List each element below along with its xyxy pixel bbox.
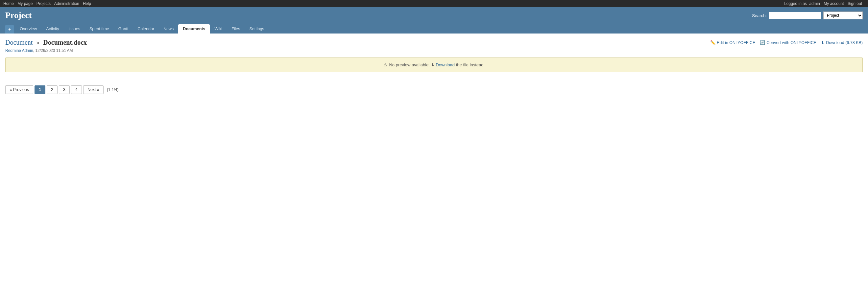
tab-news[interactable]: News	[159, 24, 178, 33]
document-actions: ✏️ Edit in ONLYOFFICE 🔄 Convert with ONL…	[710, 40, 863, 45]
breadcrumb-document-link[interactable]: Document	[5, 39, 33, 46]
tab-activity[interactable]: Activity	[41, 24, 64, 33]
edit-onlyoffice-label: Edit in ONLYOFFICE	[717, 40, 755, 45]
tab-gantt[interactable]: Gantt	[114, 24, 133, 33]
tab-documents[interactable]: Documents	[178, 24, 210, 33]
no-preview-banner: ⚠ No preview available. ⬇ Download the f…	[5, 58, 863, 72]
convert-icon: 🔄	[760, 40, 765, 45]
tab-add-button[interactable]: +	[5, 25, 14, 33]
download-link[interactable]: ⬇ Download (6.78 KB)	[821, 40, 863, 45]
tab-settings[interactable]: Settings	[245, 24, 269, 33]
previous-button[interactable]: « Previous	[5, 86, 33, 94]
breadcrumb: Document » Document.docx	[5, 39, 87, 46]
no-preview-download-link[interactable]: Download	[436, 62, 455, 67]
tab-spent-time[interactable]: Spent time	[85, 24, 114, 33]
search-input[interactable]	[769, 12, 821, 19]
no-preview-text: No preview available.	[389, 62, 430, 67]
no-preview-suffix: the file instead.	[456, 62, 485, 67]
edit-icon: ✏️	[710, 40, 715, 45]
no-preview-download-icon: ⚠	[383, 62, 387, 67]
tab-wiki[interactable]: Wiki	[210, 24, 227, 33]
page-4-button[interactable]: 4	[71, 86, 82, 94]
next-button[interactable]: Next »	[83, 86, 103, 94]
nav-home[interactable]: Home	[3, 1, 14, 6]
logged-in-label: Logged in as	[784, 1, 807, 6]
breadcrumb-separator: »	[36, 39, 39, 46]
search-scope-select[interactable]: Project All	[823, 11, 863, 20]
main-content: Document » Document.docx ✏️ Edit in ONLY…	[0, 33, 868, 99]
document-title-bar: Document » Document.docx ✏️ Edit in ONLY…	[5, 39, 863, 46]
username-link[interactable]: admin	[809, 1, 820, 6]
download-label: Download (6.78 KB)	[826, 40, 863, 45]
nav-mypage[interactable]: My page	[18, 1, 33, 6]
tab-issues[interactable]: Issues	[64, 24, 85, 33]
edit-onlyoffice-link[interactable]: ✏️ Edit in ONLYOFFICE	[710, 40, 755, 45]
top-nav-links: Home My page Projects Administration Hel…	[3, 1, 94, 6]
tab-calendar[interactable]: Calendar	[133, 24, 159, 33]
header-top: Project Search: Project All	[5, 10, 863, 23]
page-header: Project Search: Project All + Overview A…	[0, 7, 868, 33]
pagination: « Previous 1 2 3 4 Next » (1-1/4)	[5, 86, 863, 94]
tab-overview[interactable]: Overview	[15, 24, 41, 33]
author-link[interactable]: Redmine Admin	[5, 48, 33, 53]
document-date: 12/26/2023 11:51 AM	[35, 48, 73, 53]
nav-projects[interactable]: Projects	[36, 1, 51, 6]
top-nav-user: Logged in as admin My account Sign out	[784, 1, 865, 6]
convert-onlyoffice-link[interactable]: 🔄 Convert with ONLYOFFICE	[760, 40, 816, 45]
page-2-button[interactable]: 2	[47, 86, 58, 94]
page-1-button[interactable]: 1	[34, 86, 45, 94]
nav-help[interactable]: Help	[83, 1, 91, 6]
page-3-button[interactable]: 3	[59, 86, 70, 94]
search-area: Search: Project All	[752, 11, 863, 20]
tab-files[interactable]: Files	[227, 24, 245, 33]
search-label: Search:	[752, 13, 767, 18]
download-icon-inline: ⬇	[431, 62, 435, 67]
page-info: (1-1/4)	[107, 87, 118, 92]
top-navbar: Home My page Projects Administration Hel…	[0, 0, 868, 7]
sign-out-link[interactable]: Sign out	[848, 1, 862, 6]
nav-administration[interactable]: Administration	[54, 1, 79, 6]
my-account-link[interactable]: My account	[824, 1, 844, 6]
document-meta: Redmine Admin, 12/26/2023 11:51 AM	[5, 48, 863, 53]
convert-onlyoffice-label: Convert with ONLYOFFICE	[766, 40, 816, 45]
document-filename: Document.docx	[43, 39, 87, 46]
project-title: Project	[5, 10, 32, 20]
download-icon: ⬇	[821, 40, 825, 45]
tab-navigation: + Overview Activity Issues Spent time Ga…	[5, 24, 863, 33]
